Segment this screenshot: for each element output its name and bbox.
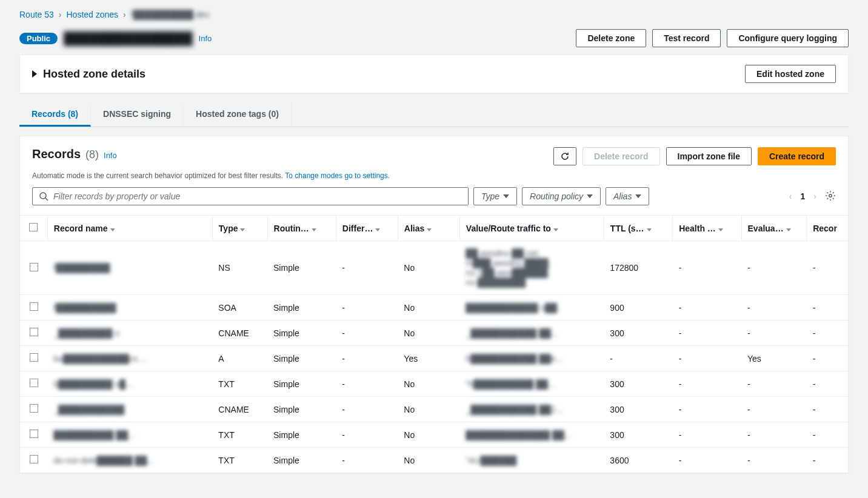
col-header-ttl[interactable]: TTL (s… (604, 216, 672, 241)
sort-icon (786, 228, 791, 231)
cell-diff: - (336, 397, 398, 422)
cell-diff: - (336, 295, 398, 320)
cell-rec: - (807, 241, 848, 295)
cell-ttl: - (604, 346, 672, 371)
col-header-routing[interactable]: Routin… (267, 216, 336, 241)
col-header-rec[interactable]: Recor (807, 216, 848, 241)
chevron-right-icon: › (123, 10, 126, 19)
sort-icon (375, 228, 380, 231)
refresh-icon (560, 151, 570, 161)
table-row[interactable]: f██████████SOASimple-No████████████ o██.… (20, 295, 848, 320)
cell-alias: No (398, 371, 459, 397)
search-box[interactable] (32, 187, 469, 205)
records-table: Record name Type Routin… Differ… Alias V… (20, 216, 848, 473)
refresh-button[interactable] (553, 147, 576, 165)
records-panel: Records (8) Info Delete record Import zo… (19, 136, 849, 473)
cell-eval: - (741, 371, 807, 397)
col-header-eval[interactable]: Evalua… (741, 216, 807, 241)
edit-hosted-zone-button[interactable]: Edit hosted zone (745, 65, 836, 83)
row-checkbox[interactable] (30, 263, 38, 271)
cell-alias: No (398, 241, 459, 295)
cell-alias: No (398, 397, 459, 422)
sort-icon (427, 228, 432, 231)
table-row[interactable]: _███████████CNAMESimple-No_███████████ █… (20, 397, 848, 422)
cell-eval: Yes (741, 346, 807, 371)
cell-record-name: _█████████ o (47, 320, 212, 346)
row-checkbox[interactable] (30, 379, 38, 387)
row-checkbox[interactable] (30, 328, 38, 336)
cell-record-name: ba███████████vs.... (47, 346, 212, 371)
breadcrumb-root[interactable]: Route 53 (19, 10, 54, 19)
tab-dnssec[interactable]: DNSSEC signing (91, 103, 184, 127)
cell-routing: Simple (267, 371, 336, 397)
hosted-zone-details-toggle[interactable]: Hosted zone details (32, 68, 145, 81)
cell-type: TXT (212, 422, 267, 448)
prev-page-button[interactable]: ‹ (789, 191, 792, 201)
caret-down-icon (635, 194, 641, 198)
col-header-health[interactable]: Health … (673, 216, 741, 241)
row-checkbox[interactable] (30, 430, 38, 438)
cell-value: h███████████ ██e... (459, 346, 604, 371)
delete-zone-button[interactable]: Delete zone (576, 29, 646, 47)
cell-routing: Simple (267, 422, 336, 448)
cell-eval: - (741, 397, 807, 422)
cell-value: _███████████ ██2... (459, 397, 604, 422)
cell-record-name: ██████████ ██... (47, 422, 212, 448)
test-record-button[interactable]: Test record (652, 29, 721, 47)
row-checkbox[interactable] (30, 353, 38, 362)
routing-policy-filter[interactable]: Routing policy (522, 187, 601, 205)
zone-info-link[interactable]: Info (199, 34, 212, 43)
cell-value: _███████████ ██... (459, 320, 604, 346)
cell-type: CNAME (212, 397, 267, 422)
cell-routing: Simple (267, 241, 336, 295)
create-record-button[interactable]: Create record (758, 147, 836, 165)
next-page-button[interactable]: › (813, 191, 816, 201)
settings-button[interactable] (825, 190, 836, 203)
row-checkbox[interactable] (30, 455, 38, 463)
caret-down-icon (587, 194, 593, 198)
row-checkbox[interactable] (30, 302, 38, 311)
cell-health: - (673, 346, 741, 371)
breadcrumb-hosted-zones[interactable]: Hosted zones (67, 10, 119, 19)
table-row[interactable]: f█████████NSSimple-No██.awsdns-██.net. m… (20, 241, 848, 295)
col-header-type[interactable]: Type (212, 216, 267, 241)
cell-record-name: do-not-dele██████ ██... (47, 448, 212, 473)
cell-routing: Simple (267, 320, 336, 346)
tab-records[interactable]: Records (8) (19, 103, 91, 127)
sort-icon (312, 228, 316, 231)
table-row[interactable]: _█████████ oCNAMESimple-No_███████████ █… (20, 320, 848, 346)
records-info-link[interactable]: Info (104, 151, 117, 160)
search-icon (39, 191, 48, 201)
cell-diff: - (336, 241, 398, 295)
import-zone-file-button[interactable]: Import zone file (666, 147, 752, 165)
cell-health: - (673, 448, 741, 473)
cell-health: - (673, 295, 741, 320)
search-input[interactable] (53, 191, 462, 201)
col-header-alias[interactable]: Alias (398, 216, 459, 241)
configure-query-logging-button[interactable]: Configure query logging (727, 29, 849, 47)
table-row[interactable]: ██████████ ██...TXTSimple-No████████████… (20, 422, 848, 448)
caret-down-icon (503, 194, 509, 198)
cell-ttl: 3600 (604, 448, 672, 473)
tab-tags[interactable]: Hosted zone tags (0) (184, 103, 292, 127)
select-all-checkbox[interactable] (29, 223, 38, 231)
cell-routing: Simple (267, 295, 336, 320)
table-row[interactable]: ba███████████vs....ASimple-Yesh█████████… (20, 346, 848, 371)
col-header-diff[interactable]: Differ… (336, 216, 398, 241)
cell-routing: Simple (267, 448, 336, 473)
type-filter[interactable]: Type (473, 187, 517, 205)
table-row[interactable]: b█████████ o█...TXTSimple-No"h██████████… (20, 371, 848, 397)
col-header-name[interactable]: Record name (47, 216, 212, 241)
records-count: (8) (85, 148, 99, 161)
cell-routing: Simple (267, 397, 336, 422)
change-modes-link[interactable]: To change modes go to settings. (285, 171, 390, 180)
col-header-value[interactable]: Value/Route traffic to (459, 216, 604, 241)
row-checkbox[interactable] (30, 404, 38, 413)
cell-ttl: 300 (604, 397, 672, 422)
cell-type: TXT (212, 371, 267, 397)
svg-point-2 (829, 194, 832, 197)
cell-value: ████████████ o██. (459, 295, 604, 320)
cell-rec: - (807, 346, 848, 371)
table-row[interactable]: do-not-dele██████ ██...TXTSimple-No"AU██… (20, 448, 848, 473)
alias-filter[interactable]: Alias (606, 187, 649, 205)
